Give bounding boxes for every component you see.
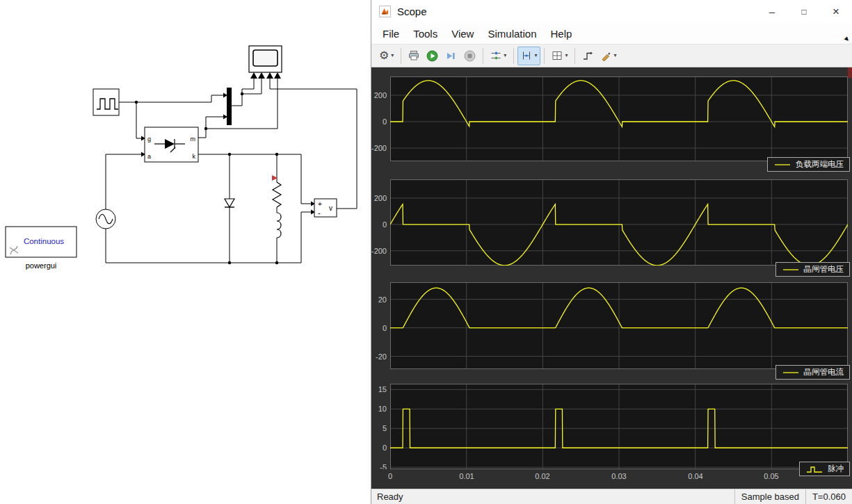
scope-figure: 2000-200 2000-200 200-20 151050-5 负载两端电压… — [371, 67, 852, 489]
status-sample-mode: Sample based — [734, 489, 805, 504]
window-title: Scope — [397, 6, 427, 17]
resistor-icon — [273, 182, 281, 207]
stop-button[interactable] — [460, 47, 479, 65]
plot-thyristor-current[interactable]: 200-20 — [371, 282, 852, 369]
svg-text:10: 10 — [378, 405, 387, 413]
legend-thyristor-current[interactable]: 晶闸管电流 — [775, 365, 851, 380]
pulse-generator-block[interactable] — [93, 89, 119, 115]
toolbar-overflow-icon[interactable]: ▶ — [844, 35, 851, 43]
trigger-icon — [582, 50, 593, 61]
menubar: File Tools View Simulation Help ▶ — [371, 23, 852, 44]
close-button[interactable]: × — [820, 0, 852, 23]
plot-pulse[interactable]: 151050-5 — [371, 384, 852, 469]
svg-text:200: 200 — [374, 194, 387, 202]
port-label-a: a — [147, 153, 151, 160]
x-tick: 0.05 — [764, 472, 778, 480]
voltage-measurement-block[interactable]: + - v — [314, 199, 337, 217]
menu-tools[interactable]: Tools — [406, 25, 444, 42]
svg-text:0: 0 — [383, 117, 387, 126]
toolbar-separator — [544, 48, 545, 64]
layout-button[interactable]: ▾ — [548, 47, 571, 65]
run-button[interactable] — [423, 47, 442, 65]
svg-text:0: 0 — [383, 220, 387, 229]
menu-help[interactable]: Help — [544, 25, 579, 42]
scope-app-icon — [379, 6, 391, 17]
svg-text:-5: -5 — [380, 463, 387, 469]
chevron-down-icon: ▾ — [534, 53, 537, 58]
legend-line-icon — [782, 266, 800, 274]
gear-icon: ⚙ — [379, 50, 389, 61]
inductor-icon — [277, 213, 281, 238]
legend-label: 晶闸管电压 — [804, 264, 844, 275]
minimize-button[interactable]: – — [756, 0, 788, 23]
x-tick: 0.01 — [459, 472, 474, 480]
step-forward-icon — [445, 50, 457, 62]
cursor-measurements-button[interactable]: ▾ — [517, 47, 540, 65]
svg-text:0: 0 — [383, 444, 387, 452]
chevron-down-icon: ▾ — [504, 53, 506, 58]
port-label-k: k — [193, 153, 196, 160]
rlc-branch-block[interactable] — [272, 154, 281, 263]
signal-selector-icon — [490, 50, 501, 61]
powergui-display-text: Continuous — [24, 237, 64, 245]
model-diagram: g m a k — [0, 0, 371, 504]
svg-text:15: 15 — [378, 385, 387, 393]
scope-screen-icon — [253, 50, 278, 66]
toolbar-separator — [574, 48, 575, 64]
x-tick: 0 — [388, 472, 392, 480]
svg-text:5: 5 — [383, 424, 387, 432]
mux-block[interactable] — [227, 88, 232, 125]
port-label-g: g — [147, 136, 151, 143]
legend-label: 晶闸管电流 — [804, 367, 844, 377]
titlebar: Scope – □ × — [371, 0, 852, 23]
layout-icon — [552, 50, 563, 61]
plot-load-voltage[interactable]: 2000-200 — [371, 76, 852, 161]
legend-thyristor-voltage[interactable]: 晶闸管电压 — [775, 262, 851, 277]
step-forward-button[interactable] — [442, 47, 460, 65]
thyristor-block[interactable]: g m a k — [145, 127, 198, 162]
statusbar: Ready Sample based T=0.060 — [371, 489, 852, 504]
cursor-measurements-icon — [521, 50, 532, 61]
scope-window: Scope – □ × File Tools View Simulation H… — [371, 0, 852, 504]
svg-text:0: 0 — [383, 324, 387, 332]
x-axis-tick-labels: 0 0.01 0.02 0.03 0.04 0.05 — [371, 472, 852, 482]
style-button[interactable]: ▾ — [597, 47, 620, 65]
svg-text:-20: -20 — [376, 352, 387, 361]
trigger-button[interactable] — [579, 47, 597, 65]
menu-file[interactable]: File — [376, 25, 406, 42]
toolbar-separator — [401, 48, 401, 64]
x-tick: 0.03 — [611, 472, 626, 480]
status-sim-time: T=0.060 — [805, 489, 852, 504]
ac-voltage-source-block[interactable] — [96, 209, 115, 229]
settings-button[interactable]: ⚙ ▾ — [376, 47, 397, 65]
svg-text:-200: -200 — [371, 247, 387, 255]
print-button[interactable] — [405, 47, 423, 65]
chevron-down-icon: ▾ — [391, 53, 394, 58]
menu-simulation[interactable]: Simulation — [481, 25, 543, 42]
svg-text:20: 20 — [378, 295, 387, 304]
scope-block[interactable] — [249, 46, 282, 72]
wire-junctions — [135, 92, 278, 264]
powergui-block[interactable]: Continuous powergui — [6, 227, 77, 270]
signal-selector-button[interactable]: ▾ — [487, 47, 510, 65]
svg-text:200: 200 — [374, 91, 387, 99]
printer-icon — [408, 50, 419, 61]
toolbar-separator — [483, 48, 483, 64]
x-tick: 0.02 — [535, 472, 549, 480]
vm-v-label: v — [329, 204, 332, 212]
run-icon — [426, 50, 438, 62]
port-label-m: m — [191, 136, 196, 143]
scope-toolbar: ⚙ ▾ — [371, 44, 852, 67]
stop-icon — [464, 50, 476, 62]
right-edge-indicator — [848, 67, 852, 78]
plot-thyristor-voltage[interactable]: 2000-200 — [371, 179, 852, 266]
simulink-model-canvas[interactable]: g m a k — [0, 0, 371, 504]
menu-view[interactable]: View — [444, 25, 481, 42]
vm-plus-label: + — [318, 200, 322, 208]
diode-block[interactable] — [225, 154, 234, 263]
maximize-button[interactable]: □ — [788, 0, 820, 23]
legend-load-voltage[interactable]: 负载两端电压 — [767, 157, 850, 172]
status-ready: Ready — [371, 489, 403, 504]
legend-label: 负载两端电压 — [796, 159, 844, 170]
x-tick: 0.04 — [688, 472, 702, 480]
